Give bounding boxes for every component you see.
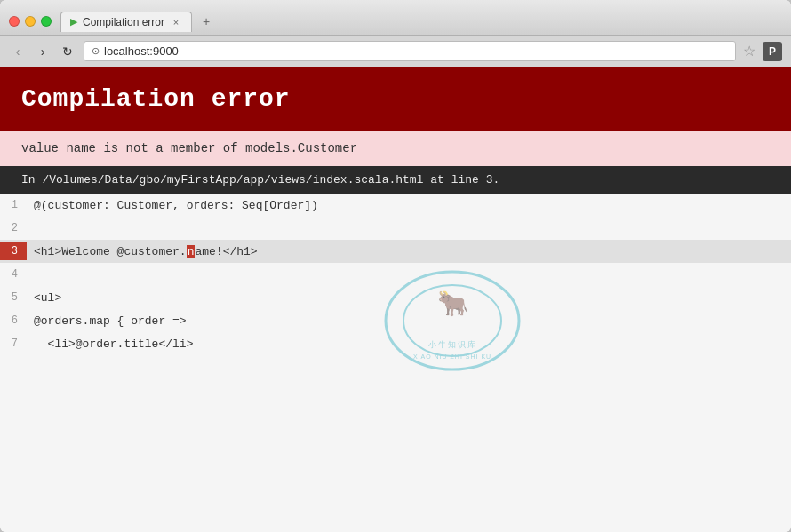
bookmark-icon[interactable]: ☆: [743, 43, 755, 60]
error-title: Compilation error: [21, 85, 770, 113]
line-number-6: 6: [0, 314, 27, 327]
tab-close-button[interactable]: ×: [170, 16, 182, 28]
error-header: Compilation error: [0, 67, 791, 131]
line-number-3: 3: [0, 242, 27, 260]
new-tab-button[interactable]: +: [196, 11, 217, 32]
tab-title: Compilation error: [83, 16, 164, 28]
minimize-button[interactable]: [25, 16, 36, 27]
line-number-4: 4: [0, 268, 27, 281]
code-line-2: 2: [0, 217, 791, 240]
code-line-3: 3 <h1>Welcome @customer.name!</h1>: [0, 240, 791, 263]
line-content-5: <ul>: [27, 289, 791, 307]
url-bar[interactable]: ⊙ localhost:9000: [84, 41, 736, 61]
back-button[interactable]: ‹: [9, 43, 27, 60]
active-tab[interactable]: ▶ Compilation error ×: [60, 12, 192, 32]
window-controls: [9, 16, 52, 27]
line-content-2: [27, 226, 791, 231]
line-number-1: 1: [0, 199, 27, 211]
title-bar: ▶ Compilation error × +: [0, 0, 791, 36]
line-content-3: <h1>Welcome @customer.name!</h1>: [27, 242, 791, 261]
forward-button[interactable]: ›: [34, 43, 52, 60]
close-button[interactable]: [9, 16, 20, 27]
error-message: value name is not a member of models.Cus…: [0, 131, 791, 166]
security-icon: ⊙: [92, 45, 100, 57]
refresh-button[interactable]: ↻: [59, 43, 76, 60]
extension-icon[interactable]: P: [763, 42, 782, 61]
tabs-area: ▶ Compilation error × +: [60, 11, 782, 32]
error-highlight: n: [187, 245, 196, 258]
line-content-1: @(customer: Customer, orders: Seq[Order]…: [27, 196, 791, 215]
line-number-7: 7: [0, 337, 27, 350]
maximize-button[interactable]: [41, 16, 52, 27]
file-path-bar: In /Volumes/Data/gbo/myFirstApp/app/view…: [0, 166, 791, 194]
url-text: localhost:9000: [104, 44, 179, 58]
address-bar: ‹ › ↻ ⊙ localhost:9000 ☆ P: [0, 36, 791, 67]
line-number-2: 2: [0, 222, 27, 234]
code-line-6: 6 @orders.map { order =>: [0, 309, 791, 332]
code-area: 1 @(customer: Customer, orders: Seq[Orde…: [0, 194, 791, 355]
code-line-5: 5 <ul>: [0, 286, 791, 309]
tab-play-icon: ▶: [70, 16, 77, 28]
line-number-5: 5: [0, 291, 27, 304]
line-content-6: @orders.map { order =>: [27, 312, 791, 330]
browser-window: ▶ Compilation error × + ‹ › ↻ ⊙ localhos…: [0, 0, 791, 532]
line-content-4: [27, 272, 791, 277]
code-line-7: 7 <li>@order.title</li>: [0, 332, 791, 355]
code-line-4: 4: [0, 263, 791, 286]
code-line-1: 1 @(customer: Customer, orders: Seq[Orde…: [0, 194, 791, 217]
page-content: Compilation error value name is not a me…: [0, 67, 791, 532]
line-content-7: <li>@order.title</li>: [27, 335, 791, 353]
